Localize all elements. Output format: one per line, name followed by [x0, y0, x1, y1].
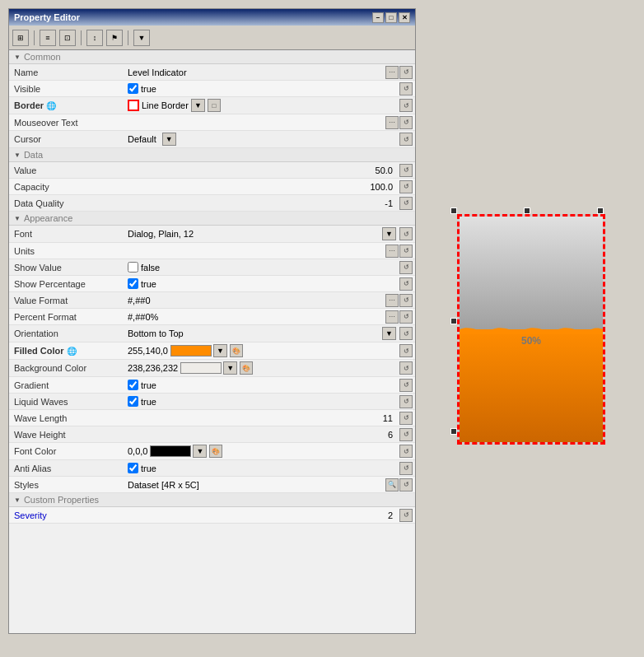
antialias-action-btn[interactable]: ↺ [399, 462, 413, 475]
showpct-checkbox[interactable] [128, 278, 138, 289]
border-action-btn[interactable]: ↺ [399, 99, 413, 112]
section-data: ▼ Data [9, 148, 415, 162]
wavelength-action-btn[interactable]: ↺ [399, 412, 413, 425]
cursor-action-btn[interactable]: ↺ [399, 133, 413, 146]
filledcolor-action-btn[interactable]: ↺ [399, 344, 413, 357]
filledcolor-end-btns: ↺ [399, 344, 415, 357]
valfmt-action-btn[interactable]: ↺ [399, 294, 413, 307]
prop-filledcolor-label: Filled Color 🌐 [9, 344, 124, 357]
liquidwaves-checkbox[interactable] [128, 396, 138, 407]
prop-capacity-row: Capacity 100.0 ↺ [9, 179, 415, 195]
view-list-button[interactable]: ≡ [40, 30, 56, 46]
handle-bot-left[interactable] [450, 428, 457, 435]
name-edit-btn[interactable]: ⋯ [385, 66, 399, 79]
showpct-action-btn[interactable]: ↺ [399, 277, 413, 291]
prop-showvalue-label: Show Value [9, 261, 124, 274]
styles-action-btn[interactable]: ↺ [399, 478, 413, 492]
gradient-checkbox[interactable] [128, 380, 138, 390]
fontcolor-dropdown-btn[interactable]: ▼ [193, 445, 207, 458]
showvalue-action-btn[interactable]: ↺ [399, 261, 413, 274]
maximize-button[interactable]: □ [385, 12, 397, 23]
fontcolor-palette-btn[interactable]: 🎨 [209, 445, 222, 458]
collapse-custom-icon[interactable]: ▼ [14, 496, 21, 504]
handle-top-left[interactable] [450, 207, 457, 214]
font-end-btns: ↺ [399, 227, 415, 240]
prop-showpct-value: true [124, 277, 399, 291]
bgcolor-palette-btn[interactable]: 🎨 [240, 361, 253, 375]
wave-svg [460, 324, 605, 334]
waveheight-end-btns: ↺ [399, 428, 415, 441]
valfmt-edit-btn[interactable]: ⋯ [385, 294, 399, 307]
severity-end-btns: ↺ [399, 509, 415, 522]
name-action-btn[interactable]: ↺ [399, 66, 413, 79]
dataquality-action-btn[interactable]: ↺ [399, 197, 413, 210]
handle-mid-left[interactable] [450, 318, 457, 324]
pctfmt-edit-btn[interactable]: ⋯ [385, 310, 399, 324]
value-action-btn[interactable]: ↺ [399, 164, 413, 177]
orientation-dropdown-btn[interactable]: ▼ [382, 327, 396, 340]
filledcolor-palette-btn[interactable]: 🎨 [230, 344, 243, 357]
handle-top-center[interactable] [524, 207, 530, 214]
antialias-end-btns: ↺ [399, 462, 415, 475]
filter-button[interactable]: ⚑ [106, 30, 123, 46]
toolbar-separator-1 [34, 30, 35, 45]
handle-top-right[interactable] [597, 207, 604, 214]
orientation-action-btn[interactable]: ↺ [399, 327, 413, 340]
showvalue-checkbox[interactable] [128, 262, 138, 273]
liquidwaves-text: true [141, 397, 156, 407]
capacity-text: 100.0 [128, 182, 396, 192]
units-edit-btn[interactable]: ⋯ [385, 245, 399, 258]
view-grid-button[interactable]: ⊡ [59, 30, 76, 46]
prop-name-label: Name [9, 66, 124, 79]
prop-waveheight-label: Wave Height [9, 428, 124, 441]
prop-cursor-value: Default ▼ [124, 131, 399, 147]
prop-styles-row: Styles Dataset [4R x 5C] 🔍 ↺ [9, 477, 415, 493]
preview-area: 50% [420, 8, 634, 634]
visible-action-btn[interactable]: ↺ [399, 82, 413, 96]
cursor-dropdown-btn[interactable]: ▼ [162, 133, 176, 146]
prop-font-label: Font [9, 227, 124, 240]
pctfmt-action-btn[interactable]: ↺ [399, 310, 413, 324]
fontcolor-action-btn[interactable]: ↺ [399, 445, 413, 458]
units-action-btn[interactable]: ↺ [399, 245, 413, 258]
fontcolor-end-btns: ↺ [399, 445, 415, 458]
visible-checkbox[interactable] [128, 83, 138, 94]
bgcolor-action-btn[interactable]: ↺ [399, 361, 413, 375]
prop-bgcolor-label: Background Color [9, 361, 124, 375]
font-action-btn[interactable]: ↺ [399, 227, 413, 240]
border-dropdown-btn[interactable]: ▼ [191, 99, 205, 112]
valfmt-end-btns: ⋯ ↺ [385, 294, 415, 307]
bgcolor-dropdown-btn[interactable]: ▼ [223, 361, 237, 375]
prop-gradient-row: Gradient true ↺ [9, 377, 415, 394]
filledcolor-dropdown-btn[interactable]: ▼ [213, 344, 227, 357]
close-button[interactable]: ✕ [399, 12, 410, 23]
mouseover-end-btns: ⋯ ↺ [385, 116, 415, 129]
prop-wavelength-value: 11 [124, 412, 399, 425]
sort-alpha-button[interactable]: ⊞ [12, 30, 29, 46]
border-edit-btn[interactable]: □ [208, 99, 221, 112]
collapse-common-icon[interactable]: ▼ [14, 54, 21, 61]
more-button[interactable]: ▼ [133, 30, 150, 46]
prop-mouseover-label: Mouseover Text [9, 116, 124, 129]
antialias-checkbox[interactable] [128, 463, 138, 473]
toolbar-separator-3 [128, 30, 128, 45]
prop-dataquality-value: -1 [124, 197, 399, 210]
filledcolor-swatch [170, 345, 212, 356]
capacity-action-btn[interactable]: ↺ [399, 180, 413, 193]
waveheight-action-btn[interactable]: ↺ [399, 428, 413, 441]
collapse-appearance-icon[interactable]: ▼ [14, 215, 21, 222]
collapse-data-icon[interactable]: ▼ [14, 151, 21, 159]
liquidwaves-end-btns: ↺ [399, 395, 415, 408]
prop-antialias-label: Anti Alias [9, 462, 124, 475]
mouseover-action-btn[interactable]: ↺ [399, 116, 413, 129]
expand-button[interactable]: ↕ [86, 30, 103, 46]
border-end-btns: ↺ [399, 99, 415, 112]
gradient-action-btn[interactable]: ↺ [399, 379, 413, 392]
styles-search-btn[interactable]: 🔍 [385, 478, 399, 492]
minimize-button[interactable]: − [372, 12, 384, 23]
font-dropdown-btn[interactable]: ▼ [382, 227, 396, 240]
liquidwaves-action-btn[interactable]: ↺ [399, 395, 413, 408]
prop-capacity-label: Capacity [9, 180, 124, 193]
severity-action-btn[interactable]: ↺ [399, 509, 413, 522]
mouseover-edit-btn[interactable]: ⋯ [385, 116, 399, 129]
